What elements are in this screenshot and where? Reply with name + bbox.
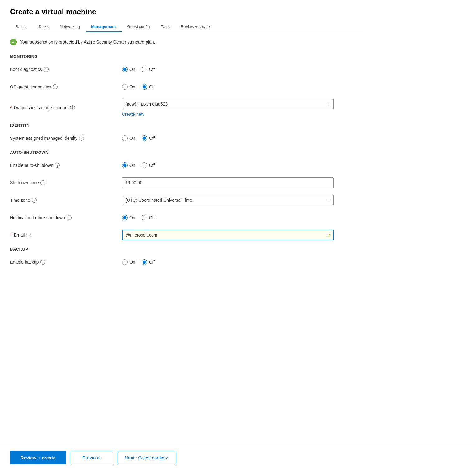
notification-before-shutdown-row: Notification before shutdown i On Off <box>10 212 363 223</box>
enable-backup-info-icon[interactable]: i <box>40 260 45 265</box>
time-zone-info-icon[interactable]: i <box>32 198 37 203</box>
auto-shutdown-on-radio[interactable] <box>122 162 128 168</box>
auto-shutdown-on-option[interactable]: On <box>122 162 135 168</box>
notification-before-shutdown-radio-group: On Off <box>122 215 363 220</box>
notification-on-option[interactable]: On <box>122 215 135 220</box>
email-control: ✓ <box>122 230 363 240</box>
diagnostics-storage-account-label: * Diagnostics storage account i <box>10 105 122 110</box>
os-guest-diagnostics-on-option[interactable]: On <box>122 84 135 90</box>
boot-diagnostics-row: Boot diagnostics i On Off <box>10 64 363 75</box>
tab-guest-config[interactable]: Guest config <box>122 22 156 32</box>
security-banner-text: Your subscription is protected by Azure … <box>20 40 155 45</box>
enable-backup-radio-group: On Off <box>122 259 363 265</box>
previous-button[interactable]: Previous <box>70 451 113 464</box>
tab-review-create[interactable]: Review + create <box>175 22 216 32</box>
time-zone-dropdown[interactable]: (UTC) Coordinated Universal Time ⌄ <box>122 195 334 205</box>
diagnostics-storage-account-control: (new) linuxvmdiag528 ⌄ Create new <box>122 99 363 117</box>
backup-section-header: BACKUP <box>10 247 363 251</box>
diagnostics-storage-account-dropdown[interactable]: (new) linuxvmdiag528 ⌄ <box>122 99 334 109</box>
backup-off-radio[interactable] <box>142 259 147 265</box>
shutdown-time-label: Shutdown time i <box>10 180 122 185</box>
next-button[interactable]: Next : Guest config > <box>117 451 176 464</box>
os-guest-diagnostics-row: OS guest diagnostics i On Off <box>10 81 363 92</box>
diagnostics-storage-info-icon[interactable]: i <box>70 105 75 110</box>
email-row: * Email i ✓ <box>10 229 363 241</box>
enable-backup-row: Enable backup i On Off <box>10 256 363 268</box>
system-assigned-on-radio[interactable] <box>122 135 128 141</box>
bottom-action-bar: Review + create Previous Next : Guest co… <box>0 445 476 470</box>
time-zone-control: (UTC) Coordinated Universal Time ⌄ <box>122 195 363 205</box>
tab-tags[interactable]: Tags <box>156 22 175 32</box>
security-check-icon <box>10 39 17 45</box>
boot-diagnostics-radio-group: On Off <box>122 67 363 72</box>
tab-networking[interactable]: Networking <box>54 22 86 32</box>
create-new-storage-link[interactable]: Create new <box>122 112 144 117</box>
time-zone-row: Time zone i (UTC) Coordinated Universal … <box>10 195 363 206</box>
monitoring-section-header: MONITORING <box>10 54 363 59</box>
os-guest-diagnostics-radio-group: On Off <box>122 84 363 90</box>
enable-auto-shutdown-radio-group: On Off <box>122 162 363 168</box>
os-guest-diagnostics-off-radio[interactable] <box>142 84 147 90</box>
shutdown-time-control <box>122 177 363 188</box>
security-banner: Your subscription is protected by Azure … <box>10 39 363 45</box>
email-check-icon: ✓ <box>327 232 331 238</box>
auto-shutdown-off-radio[interactable] <box>142 162 147 168</box>
system-assigned-radio-group: On Off <box>122 135 363 141</box>
boot-diagnostics-info-icon[interactable]: i <box>44 67 49 72</box>
os-guest-diagnostics-label: OS guest diagnostics i <box>10 84 122 89</box>
notification-before-shutdown-info-icon[interactable]: i <box>67 215 72 220</box>
time-zone-chevron-icon: ⌄ <box>327 198 330 202</box>
diagnostics-storage-chevron-icon: ⌄ <box>327 102 330 106</box>
tab-management[interactable]: Management <box>86 22 121 32</box>
backup-on-option[interactable]: On <box>122 259 135 265</box>
system-assigned-identity-row: System assigned managed identity i On Of… <box>10 133 363 144</box>
os-guest-diagnostics-info-icon[interactable]: i <box>53 84 58 89</box>
notification-on-radio[interactable] <box>122 215 128 220</box>
enable-auto-shutdown-label: Enable auto-shutdown i <box>10 163 122 168</box>
shutdown-time-info-icon[interactable]: i <box>40 180 45 185</box>
boot-diagnostics-on-option[interactable]: On <box>122 67 135 72</box>
review-create-button[interactable]: Review + create <box>10 451 66 464</box>
shutdown-time-input[interactable] <box>122 177 334 188</box>
system-assigned-on-option[interactable]: On <box>122 135 135 141</box>
system-assigned-off-option[interactable]: Off <box>142 135 155 141</box>
tab-basics[interactable]: Basics <box>10 22 33 32</box>
email-info-icon[interactable]: i <box>26 233 31 237</box>
os-guest-diagnostics-on-radio[interactable] <box>122 84 128 90</box>
email-input-wrapper: ✓ <box>122 230 334 240</box>
backup-on-radio[interactable] <box>122 259 128 265</box>
diagnostics-storage-account-row: * Diagnostics storage account i (new) li… <box>10 99 363 117</box>
auto-shutdown-off-option[interactable]: Off <box>142 162 155 168</box>
boot-diagnostics-label: Boot diagnostics i <box>10 67 122 72</box>
email-label: * Email i <box>10 233 122 237</box>
auto-shutdown-section-header: AUTO-SHUTDOWN <box>10 150 363 155</box>
enable-backup-label: Enable backup i <box>10 260 122 265</box>
system-assigned-info-icon[interactable]: i <box>79 136 84 141</box>
tab-bar: Basics Disks Networking Management Guest… <box>10 22 363 32</box>
identity-section-header: IDENTITY <box>10 123 363 128</box>
boot-diagnostics-on-radio[interactable] <box>122 67 128 72</box>
system-assigned-off-radio[interactable] <box>142 135 147 141</box>
boot-diagnostics-off-radio[interactable] <box>142 67 147 72</box>
shutdown-time-row: Shutdown time i <box>10 177 363 188</box>
os-guest-diagnostics-off-option[interactable]: Off <box>142 84 155 90</box>
enable-auto-shutdown-row: Enable auto-shutdown i On Off <box>10 160 363 171</box>
email-input[interactable] <box>122 230 334 240</box>
time-zone-label: Time zone i <box>10 198 122 203</box>
notification-before-shutdown-label: Notification before shutdown i <box>10 215 122 220</box>
page-title: Create a virtual machine <box>10 7 363 16</box>
tab-disks[interactable]: Disks <box>33 22 54 32</box>
boot-diagnostics-off-option[interactable]: Off <box>142 67 155 72</box>
notification-off-radio[interactable] <box>142 215 147 220</box>
enable-auto-shutdown-info-icon[interactable]: i <box>55 163 60 168</box>
system-assigned-identity-label: System assigned managed identity i <box>10 136 122 141</box>
notification-off-option[interactable]: Off <box>142 215 155 220</box>
backup-off-option[interactable]: Off <box>142 259 155 265</box>
